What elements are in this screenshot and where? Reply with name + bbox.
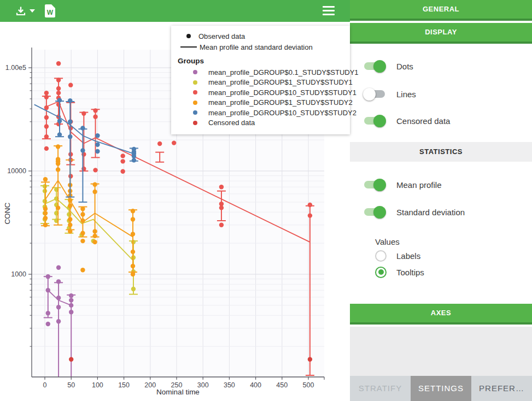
- legend-mean-label: Mean profile and standard deviation: [200, 43, 313, 51]
- group-color-dot: [193, 121, 197, 125]
- censored-data-toggle[interactable]: [364, 117, 385, 125]
- tab-stratify[interactable]: STRATIFY: [350, 376, 411, 401]
- section-header-statistics[interactable]: STATISTICS: [350, 142, 532, 162]
- svg-text:150: 150: [118, 381, 130, 389]
- word-letter: W: [45, 9, 55, 16]
- section-header-display[interactable]: DISPLAY: [350, 23, 532, 44]
- legend-group-row: mean_profile_DGROUP$10_STUDY$STUDY2: [178, 108, 344, 118]
- legend-group-row: mean_profile_DGROUP$10_STUDY$STUDY1: [178, 87, 344, 98]
- chevron-down-icon: [30, 9, 35, 13]
- tooltips-radio-row: Tooltips: [350, 263, 532, 281]
- censored-row: Censored data: [350, 112, 532, 129]
- mean-line-icon: [180, 46, 197, 48]
- legend-observed-label: Observed data: [198, 32, 245, 40]
- legend-group-row: Censored data: [178, 118, 344, 128]
- hamburger-menu-button[interactable]: [323, 6, 335, 17]
- std-deviation-row: Standard deviation: [350, 203, 532, 221]
- group-color-dot: [193, 90, 197, 95]
- page-fold-icon: [51, 4, 55, 8]
- censored-data-label: Censored data: [396, 116, 450, 126]
- labels-radio-label: Labels: [396, 251, 420, 261]
- section-header-general[interactable]: GENERAL: [350, 0, 532, 21]
- observed-dot-icon: [186, 34, 191, 38]
- labels-radio-row: Labels: [350, 247, 532, 264]
- labels-radio[interactable]: [375, 250, 387, 262]
- legend-group-label: mean_profile_DGROUP$1_STUDY$STUDY1: [208, 78, 353, 86]
- svg-text:450: 450: [276, 381, 288, 389]
- legend-observed-row: Observed data: [178, 31, 344, 42]
- lines-row: Lines: [350, 85, 532, 103]
- svg-text:0: 0: [43, 381, 47, 389]
- download-icon: [15, 5, 26, 16]
- group-color-dot: [193, 70, 197, 74]
- mean-profile-row: Mean profile: [350, 176, 532, 193]
- svg-text:CONC: CONC: [3, 202, 11, 224]
- legend-group-label: mean_profile_DGROUP$10_STUDY$STUDY2: [208, 109, 356, 117]
- mean-profile-label: Mean profile: [396, 180, 442, 190]
- legend-group-label: Censored data: [208, 119, 255, 127]
- values-label: Values: [375, 237, 400, 246]
- axes-panel: [350, 327, 532, 376]
- legend-group-label: mean_profile_DGROUP$1_STUDY$STUDY2: [208, 98, 353, 107]
- standard-deviation-toggle[interactable]: [364, 208, 385, 216]
- svg-text:10000: 10000: [7, 167, 26, 175]
- mean-profile-toggle[interactable]: [364, 181, 385, 188]
- dots-label: Dots: [396, 62, 413, 71]
- data-viewer-app: 0501001502002503003504004505001.00e51000…: [0, 0, 532, 401]
- group-color-dot: [193, 101, 197, 105]
- settings-sidebar: GENERAL DISPLAY Dots Lines Censored data…: [350, 0, 532, 401]
- group-color-dot: [193, 80, 197, 85]
- svg-text:500: 500: [303, 381, 314, 389]
- lines-label: Lines: [396, 90, 416, 99]
- svg-text:100: 100: [92, 381, 103, 389]
- svg-text:1.00e5: 1.00e5: [5, 64, 26, 72]
- standard-deviation-label: Standard deviation: [396, 208, 465, 217]
- svg-text:400: 400: [250, 381, 261, 389]
- legend-group-label: mean_profile_DGROUP$10_STUDY$STUDY1: [208, 89, 356, 97]
- tooltips-radio-label: Tooltips: [396, 268, 424, 277]
- sidebar-tabbar: STRATIFY SETTINGS PREFER…: [350, 376, 532, 401]
- legend-group-label: mean_profile_DGROUP$0.1_STUDY$STUDY1: [208, 68, 359, 76]
- plot-toolbar: W: [0, 0, 350, 22]
- svg-text:50: 50: [67, 381, 75, 389]
- tab-preferences[interactable]: PREFER…: [471, 376, 532, 401]
- chart-legend: Observed data Mean profile and standard …: [171, 26, 350, 134]
- legend-groups-title: Groups: [178, 57, 344, 65]
- tab-settings[interactable]: SETTINGS: [411, 376, 471, 401]
- legend-group-row: mean_profile_DGROUP$1_STUDY$STUDY1: [178, 78, 344, 88]
- tooltips-radio[interactable]: [375, 267, 387, 278]
- dots-toggle[interactable]: [364, 62, 385, 70]
- legend-group-row: mean_profile_DGROUP$1_STUDY$STUDY2: [178, 98, 344, 108]
- svg-text:Nominal time: Nominal time: [156, 388, 200, 396]
- section-header-axes[interactable]: AXES: [350, 304, 532, 325]
- plot-panel: 0501001502002503003504004505001.00e51000…: [0, 0, 350, 401]
- export-word-button[interactable]: W: [45, 4, 55, 17]
- legend-group-row: mean_profile_DGROUP$0.1_STUDY$STUDY1: [178, 67, 344, 78]
- svg-text:350: 350: [224, 381, 235, 389]
- group-color-dot: [193, 110, 197, 115]
- dots-row: Dots: [350, 57, 532, 75]
- svg-text:200: 200: [144, 381, 156, 389]
- export-plot-button[interactable]: [15, 5, 35, 16]
- lines-toggle[interactable]: [364, 90, 385, 98]
- legend-mean-row: Mean profile and standard deviation: [178, 42, 344, 52]
- svg-text:1000: 1000: [11, 270, 26, 278]
